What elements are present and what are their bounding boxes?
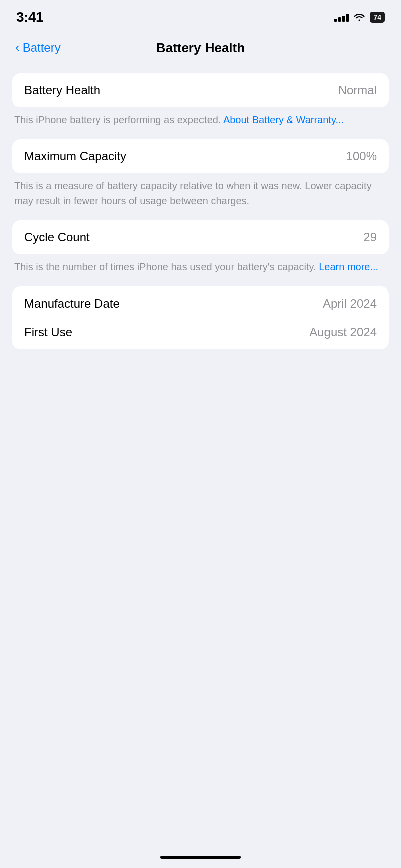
battery-health-value: Normal	[338, 83, 377, 97]
back-button[interactable]: ‹ Battery	[15, 41, 61, 55]
first-use-label: First Use	[24, 325, 72, 339]
cycle-count-value: 29	[363, 230, 377, 244]
cycle-count-description: This is the number of times iPhone has u…	[12, 259, 389, 274]
learn-more-link[interactable]: Learn more...	[319, 261, 378, 272]
maximum-capacity-card: Maximum Capacity 100%	[12, 139, 389, 173]
nav-bar: ‹ Battery Battery Health	[0, 30, 401, 65]
content: Battery Health Normal This iPhone batter…	[0, 65, 401, 362]
maximum-capacity-label: Maximum Capacity	[24, 149, 126, 163]
maximum-capacity-description: This is a measure of battery capacity re…	[12, 178, 389, 208]
status-bar: 3:41 74	[0, 0, 401, 30]
signal-icon	[334, 13, 349, 22]
battery-health-row: Battery Health Normal	[24, 83, 377, 97]
manufacture-date-row: Manufacture Date April 2024	[24, 297, 377, 311]
maximum-capacity-row: Maximum Capacity 100%	[24, 149, 377, 163]
battery-health-description: This iPhone battery is performing as exp…	[12, 112, 389, 127]
status-time: 3:41	[16, 9, 43, 25]
cycle-count-label: Cycle Count	[24, 230, 90, 244]
battery-health-label: Battery Health	[24, 83, 100, 97]
back-chevron-icon: ‹	[15, 41, 20, 54]
wifi-icon	[354, 13, 365, 21]
first-use-row: First Use August 2024	[24, 318, 377, 339]
battery-warranty-link[interactable]: About Battery & Warranty...	[223, 114, 344, 125]
cycle-count-card: Cycle Count 29	[12, 220, 389, 254]
page-title: Battery Health	[156, 40, 245, 56]
battery-percentage: 74	[373, 13, 381, 21]
battery-icon: 74	[370, 12, 385, 23]
manufacture-date-label: Manufacture Date	[24, 297, 120, 311]
back-label: Battery	[23, 41, 61, 55]
home-indicator	[160, 856, 241, 859]
maximum-capacity-value: 100%	[346, 149, 377, 163]
battery-health-card: Battery Health Normal	[12, 73, 389, 107]
dates-card: Manufacture Date April 2024 First Use Au…	[12, 286, 389, 349]
cycle-count-row: Cycle Count 29	[24, 230, 377, 244]
manufacture-date-value: April 2024	[323, 297, 377, 311]
first-use-value: August 2024	[309, 325, 377, 339]
status-icons: 74	[334, 12, 385, 23]
